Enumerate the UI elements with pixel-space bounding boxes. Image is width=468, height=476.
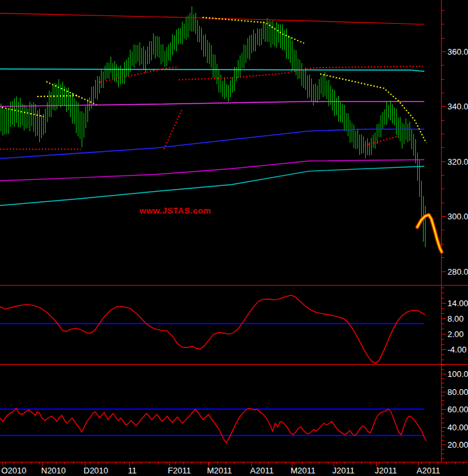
x-axis-label: D2010 <box>84 466 108 475</box>
momentum-curve <box>0 295 425 363</box>
x-axis-label: J2011 <box>375 466 397 475</box>
oscillator-curve <box>0 408 426 443</box>
sar-red-dots-1 <box>164 109 182 149</box>
flat-magenta-line <box>0 102 424 107</box>
oscillator-tick-label: 20.00 <box>447 440 468 450</box>
momentum-tick-label: 14.00 <box>447 298 468 308</box>
oscillator-tick-label: 60.00 <box>447 405 468 414</box>
oscillator-tick-label: 40.00 <box>447 423 468 432</box>
oscillator-tick-label: 80.00 <box>447 387 468 397</box>
x-axis-label: A2011 <box>250 466 274 475</box>
price-tick-label: 300.00 <box>447 212 468 221</box>
x-axis-label: O2010 <box>1 466 26 475</box>
price-tick-label: 340.00 <box>447 102 468 111</box>
watermark-text: www.JSTAS.com <box>140 206 211 215</box>
momentum-tick-label: 8.00 <box>447 314 464 324</box>
price-tick-label: 320.00 <box>447 157 468 167</box>
flat-cyan-line <box>0 69 424 71</box>
momentum-tick-label: -4.00 <box>447 345 467 354</box>
ma-magenta-line <box>0 160 424 181</box>
x-axis-label: M2011 <box>207 466 232 475</box>
x-axis-label: F2011 <box>168 466 191 475</box>
x-axis-label: 11 <box>128 466 137 475</box>
chart-canvas: 360.00340.00320.00300.00280.0014.008.002… <box>0 0 468 476</box>
x-axis-label: M2011 <box>291 466 316 475</box>
price-tick-label: 360.00 <box>447 47 468 57</box>
x-axis-label: N2010 <box>41 466 66 475</box>
x-axis-label: A2011 <box>417 466 440 475</box>
sar-yellow-dots-2 <box>46 82 96 105</box>
x-axis-label: J2011 <box>332 466 354 475</box>
price-tick-label: 280.00 <box>447 267 468 277</box>
sar-yellow-dots-4 <box>320 74 426 143</box>
oscillator-tick-label: 100.00 <box>447 369 468 379</box>
ma-blue-line <box>0 129 424 159</box>
ma-cyan-line <box>0 166 424 205</box>
stock-chart-window: 360.00340.00320.00300.00280.0014.008.002… <box>0 0 468 476</box>
momentum-tick-label: 2.00 <box>447 329 464 339</box>
